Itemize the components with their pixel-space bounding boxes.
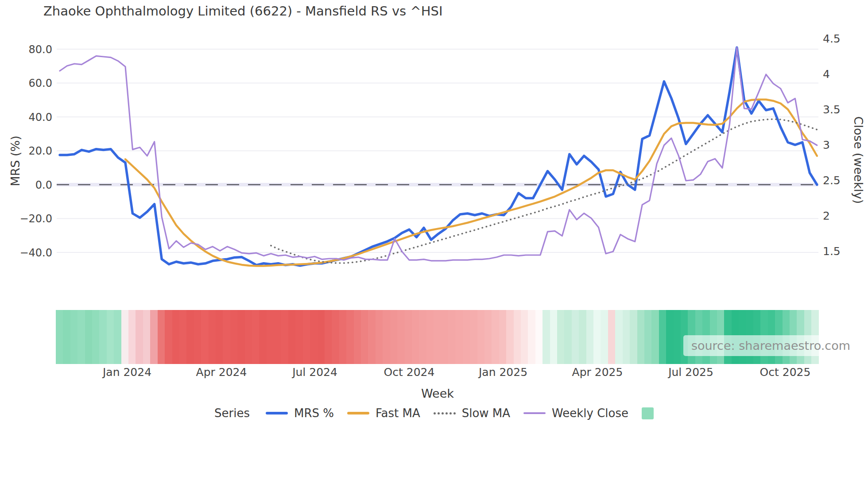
heatmap-week-cell (572, 310, 579, 364)
heatmap-week-cell (158, 310, 165, 364)
legend-item-weekly-close[interactable]: Weekly Close (523, 407, 628, 420)
heatmap-week-cell (376, 310, 383, 364)
heatmap-week-cell (651, 310, 659, 364)
heatmap-week-cell (201, 310, 208, 364)
y-axis-title-left: MRS (%) (8, 112, 22, 210)
legend-item-slow-ma[interactable]: Slow MA (434, 407, 510, 420)
heatmap-week-cell (593, 310, 601, 364)
heatmap-week-cell (397, 310, 404, 364)
slow-ma-dotted-swatch-icon (434, 412, 456, 414)
legend-item-mrs[interactable]: MRS % (266, 407, 334, 420)
heatmap-week-cell (92, 310, 99, 364)
heatmap-week-cell (209, 310, 216, 364)
heatmap-week-cell (325, 310, 332, 364)
heatmap-week-cell (216, 310, 223, 364)
heatmap-week-cell (666, 310, 673, 364)
heatmap-week-cell (623, 310, 630, 364)
y-axis-title-right: Close (weekly) (852, 112, 865, 209)
heatmap-week-cell (114, 310, 121, 364)
heatmap-week-cell (477, 310, 484, 364)
xtick-jan-2024: Jan 2024 (87, 366, 167, 379)
chart-page: Zhaoke Ophthalmology Limited (6622) - Ma… (0, 0, 868, 488)
heatmap-week-cell (136, 310, 143, 364)
right-ytick-4: 4 (823, 68, 863, 81)
heatmap-week-cell (143, 310, 150, 364)
heatmap-week-cell (434, 310, 441, 364)
heatmap-week-cell (644, 310, 651, 364)
legend-item-fast-ma[interactable]: Fast MA (347, 407, 420, 420)
heatmap-week-cell (455, 310, 462, 364)
heatmap-week-cell (85, 310, 92, 364)
heatmap-week-cell (281, 310, 288, 364)
heatmap-week-cell (70, 310, 78, 364)
heatmap-week-cell (230, 310, 237, 364)
heatmap-week-cell (535, 310, 542, 364)
heatmap-week-cell (107, 310, 114, 364)
heatmap-week-cell (608, 310, 615, 364)
xtick-apr-2025: Apr 2025 (558, 366, 637, 379)
heatmap-week-cell (412, 310, 419, 364)
xtick-jul-2025: Jul 2025 (651, 366, 731, 379)
heatmap-week-cell (484, 310, 492, 364)
heatmap-week-cell (237, 310, 244, 364)
right-ytick-1p5: 1.5 (823, 245, 863, 258)
legend-item-label: Fast MA (376, 407, 420, 420)
heatmap-week-cell (194, 310, 201, 364)
heatmap-week-cell (426, 310, 434, 364)
legend-item-heatmap[interactable] (642, 407, 654, 419)
heatmap-week-cell (615, 310, 622, 364)
heatmap-swatch-icon (642, 407, 654, 419)
weekly-close-line-swatch-icon (523, 412, 546, 414)
heatmap-week-cell (463, 310, 470, 364)
heatmap-week-cell (252, 310, 259, 364)
series-line-fast-ma[interactable] (125, 100, 817, 266)
heatmap-week-cell (630, 310, 637, 364)
heatmap-week-cell (601, 310, 608, 364)
heatmap-week-cell (310, 310, 317, 364)
heatmap-week-cell (564, 310, 571, 364)
heatmap-week-cell (186, 310, 194, 364)
heatmap-week-cell (390, 310, 397, 364)
right-ytick-4p5: 4.5 (823, 32, 863, 45)
heatmap-week-cell (557, 310, 564, 364)
heatmap-week-cell (332, 310, 339, 364)
heatmap-week-cell (492, 310, 499, 364)
heatmap-week-cell (441, 310, 448, 364)
left-ytick-60: 60.0 (0, 77, 52, 89)
heatmap-week-cell (586, 310, 593, 364)
fast-ma-line-swatch-icon (347, 412, 369, 414)
heatmap-week-cell (63, 310, 70, 364)
heatmap-week-cell (470, 310, 477, 364)
heatmap-week-cell (499, 310, 506, 364)
heatmap-week-cell (274, 310, 281, 364)
heatmap-week-cell (506, 310, 513, 364)
xtick-apr-2024: Apr 2024 (182, 366, 261, 379)
heatmap-week-cell (121, 310, 128, 364)
mrs-line-swatch-icon (266, 412, 288, 414)
heatmap-week-cell (78, 310, 85, 364)
heatmap-week-cell (405, 310, 412, 364)
legend-title: Series (214, 407, 250, 420)
heatmap-week-cell (528, 310, 535, 364)
heatmap-week-cell (179, 310, 186, 364)
xtick-jan-2025: Jan 2025 (463, 366, 543, 379)
heatmap-week-cell (542, 310, 550, 364)
heatmap-week-cell (550, 310, 557, 364)
legend-item-label: Slow MA (462, 407, 510, 420)
heatmap-week-cell (637, 310, 644, 364)
heatmap-week-cell (514, 310, 521, 364)
heatmap-week-cell (128, 310, 136, 364)
series-line-mrs[interactable] (60, 47, 817, 266)
heatmap-week-cell (267, 310, 274, 364)
left-ytick-80: 80.0 (0, 43, 52, 56)
x-axis-title: Week (57, 387, 818, 400)
xtick-oct-2024: Oct 2024 (369, 366, 449, 379)
heatmap-week-cell (354, 310, 361, 364)
legend-item-label: MRS % (294, 407, 334, 420)
heatmap-week-cell (165, 310, 172, 364)
heatmap-week-cell (56, 310, 63, 364)
xtick-oct-2025: Oct 2025 (745, 366, 825, 379)
heatmap-week-cell (259, 310, 266, 364)
heatmap-week-cell (419, 310, 426, 364)
heatmap-week-cell (521, 310, 528, 364)
